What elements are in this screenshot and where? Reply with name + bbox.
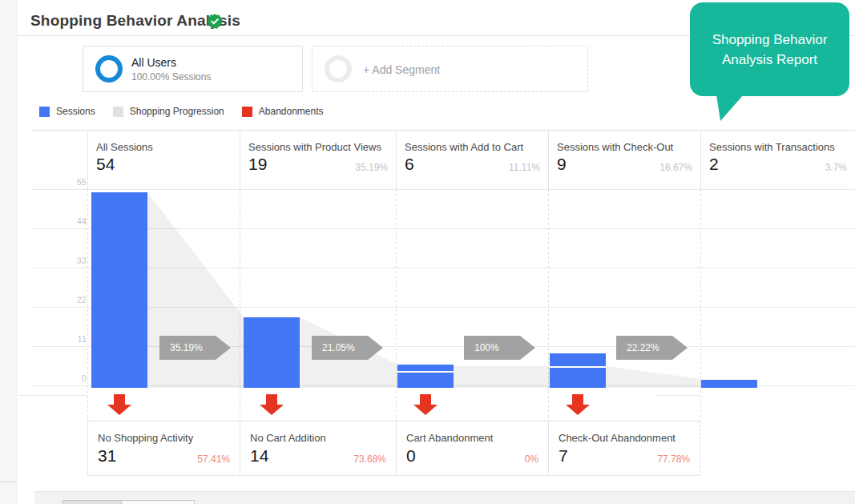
legend-swatch-sessions (39, 107, 50, 117)
gridline-55 (31, 189, 855, 190)
bar-segment-divider (397, 371, 454, 373)
funnel-step-header-check-out: Sessions with Check-Out 9 16.67% (548, 130, 700, 189)
gridline-11 (31, 346, 855, 347)
legend-label-sessions: Sessions (56, 106, 95, 117)
bar-all-sessions (91, 192, 147, 388)
y-tick: 55 (48, 177, 87, 188)
gridline-33 (31, 268, 855, 268)
progression-rate: 22.22% (616, 336, 672, 360)
bottom-tab-selected[interactable] (63, 500, 122, 504)
abandonment-value: 7 (559, 446, 568, 466)
progression-rate: 100% (464, 336, 520, 360)
bottom-tab-unselected[interactable] (121, 500, 195, 504)
funnel-step-header-transactions: Sessions with Transactions 2 3.7% (700, 130, 855, 189)
step-value: 19 (248, 155, 267, 174)
abandonment-value: 0 (406, 446, 416, 466)
step-pct: 16.67% (659, 162, 692, 173)
step-value: 9 (557, 155, 567, 174)
gridline-22 (31, 307, 855, 308)
step-label: Sessions with Check-Out (557, 141, 673, 153)
step-label: Sessions with Product Views (248, 141, 381, 153)
segment-name: All Users (131, 56, 176, 69)
bar-segment-divider (550, 366, 606, 368)
step-pct: 3.7% (825, 162, 847, 173)
empty-donut-icon (325, 55, 352, 83)
abandonment-rate: 0% (525, 454, 538, 465)
abandonment-value: 14 (250, 446, 268, 466)
column-separator (548, 189, 549, 421)
segment-card-all-users[interactable]: All Users 100.00% Sessions (83, 46, 303, 92)
legend-label-progression: Shopping Progression (130, 106, 224, 117)
funnel-step-header-product-views: Sessions with Product Views 19 35.19% (240, 130, 396, 189)
y-tick: 22 (48, 295, 87, 306)
bar-check-out (550, 353, 606, 388)
funnel-step-header-add-to-cart: Sessions with Add to Cart 6 11.11% (396, 130, 548, 189)
step-value: 6 (405, 155, 414, 174)
callout-text-line2: Analysis Report (722, 50, 817, 70)
step-pct: 35.19% (355, 162, 388, 173)
bar-add-to-cart (397, 365, 454, 388)
abandonment-rate: 57.41% (197, 454, 230, 465)
progression-arrow-4: 22.22% (616, 336, 672, 360)
bar-product-views (244, 317, 300, 388)
callout-tail (705, 95, 753, 122)
legend-label-abandonments: Abandonments (259, 106, 324, 117)
progression-arrow-2: 21.05% (312, 336, 368, 360)
legend-swatch-abandonments (242, 107, 252, 117)
abandonment-arrow-icon (260, 394, 284, 415)
annotation-callout: Shopping Behavior Analysis Report (690, 2, 849, 96)
abandonment-cell-check-out: Check-Out Abandonment 7 77.78% (548, 421, 700, 476)
abandonment-arrow-icon (413, 394, 438, 415)
funnel-step-header-all-sessions: All Sessions 54 (87, 130, 240, 189)
step-pct: 11.11% (509, 162, 540, 173)
step-value: 54 (96, 155, 115, 174)
chart-legend: Sessions Shopping Progression Abandonmen… (39, 106, 335, 117)
row-border (19, 395, 87, 396)
abandonment-label: Cart Abandonment (406, 432, 493, 444)
abandonment-label: Check-Out Abandonment (559, 432, 676, 444)
step-label: Sessions with Add to Cart (405, 141, 523, 153)
abandonment-label: No Cart Addition (250, 432, 326, 444)
callout-text-line1: Shopping Behavior (712, 30, 828, 50)
step-label: All Sessions (96, 141, 153, 153)
legend-swatch-progression (113, 107, 123, 117)
y-tick: 11 (48, 334, 87, 345)
segment-donut-icon (95, 55, 123, 83)
segment-detail: 100.00% Sessions (131, 71, 211, 83)
abandonment-label: No Shopping Activity (98, 432, 193, 444)
gridline-44 (31, 228, 855, 229)
step-label: Sessions with Transactions (709, 141, 835, 153)
y-tick: 44 (48, 216, 87, 228)
abandonment-rate: 73.68% (353, 454, 386, 465)
step-value: 2 (709, 155, 719, 174)
verified-shield-icon (207, 13, 223, 30)
abandonment-rate: 77.78% (657, 454, 690, 465)
column-separator (87, 189, 88, 421)
progression-arrow-1: 35.19% (159, 336, 216, 360)
sidebar-divider (0, 482, 16, 482)
add-segment-label: + Add Segment (363, 63, 440, 76)
progression-rate: 21.05% (312, 336, 368, 360)
progression-rate: 35.19% (159, 336, 216, 360)
abandonment-cell-no-shopping: No Shopping Activity 31 57.41% (87, 421, 240, 476)
abandonment-value: 31 (98, 446, 116, 466)
abandonment-cell-no-cart: No Cart Addition 14 73.68% (240, 421, 396, 476)
abandonment-arrow-icon (107, 394, 131, 415)
shopping-behavior-report: Shopping Behavior Analysis All Users 100… (0, 0, 855, 504)
column-separator (240, 189, 240, 421)
add-segment-button[interactable]: + Add Segment (312, 46, 588, 92)
row-border (657, 395, 700, 396)
bar-transactions (701, 380, 757, 388)
column-separator (396, 189, 397, 421)
abandonment-arrow-icon (566, 394, 590, 415)
y-tick: 33 (48, 256, 87, 267)
y-tick: 0 (48, 373, 87, 385)
sidebar-edge (0, 0, 18, 504)
abandonment-cell-cart: Cart Abandonment 0 0% (396, 421, 548, 476)
progression-arrow-3: 100% (464, 336, 520, 360)
